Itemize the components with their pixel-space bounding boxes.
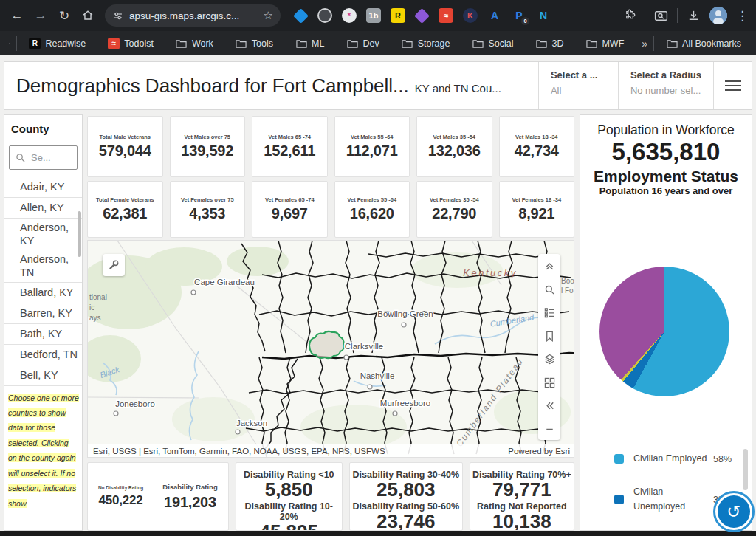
- bookmark-item-dev[interactable]: Dev: [340, 35, 385, 52]
- category-selector-label: Select a ...: [551, 69, 606, 80]
- collapse-up-button[interactable]: [543, 260, 556, 272]
- refresh-button[interactable]: ↺: [713, 491, 755, 532]
- county-search-box[interactable]: [9, 145, 78, 170]
- legend-button[interactable]: [543, 306, 556, 319]
- screen-search-icon[interactable]: [654, 9, 668, 23]
- legend-row[interactable]: Civilian Employed58%: [580, 446, 752, 472]
- county-list-item[interactable]: Adair, KY: [4, 177, 82, 198]
- county-list-item[interactable]: Barren, KY: [4, 303, 82, 324]
- county-sidebar: County Adair, KYAllen, KYAnderson, KYAnd…: [4, 114, 83, 531]
- extensions-row: *1bR≈KAP0N: [294, 8, 617, 23]
- layers-button[interactable]: [543, 353, 556, 365]
- stat-value: 25,803: [377, 480, 436, 500]
- map-attribution: Esri, USGS | Esri, TomTom, Garmin, FAO, …: [88, 444, 574, 458]
- zoom-out-button[interactable]: [543, 423, 556, 436]
- all-bookmarks-label: All Bookmarks: [682, 38, 741, 49]
- legend-label: Civilian Unemployed: [633, 485, 713, 514]
- city-label: Murfreesboro: [380, 399, 430, 408]
- stat-label: Vet Males 35 -54: [433, 134, 475, 140]
- radius-selector[interactable]: Select a Radius No number sel...: [618, 62, 713, 109]
- back-button[interactable]: ←: [7, 6, 27, 25]
- bookmark-label: Dev: [362, 38, 379, 49]
- bookmark-button[interactable]: [543, 330, 556, 343]
- stat-value: 23,746: [377, 512, 436, 531]
- bookmark-item-work[interactable]: Work: [170, 35, 219, 52]
- map-canvas[interactable]: Kentucky Cumberland Black Cumberland Pla…: [87, 240, 574, 458]
- extension-icon-1[interactable]: [293, 7, 309, 23]
- stat-value: 22,790: [432, 205, 476, 222]
- county-list-item[interactable]: Allen, KY: [4, 198, 82, 219]
- extension-icon-6[interactable]: [414, 7, 430, 23]
- extension-icon-10[interactable]: P0: [512, 8, 526, 23]
- county-list-item[interactable]: Bedford, TN: [4, 345, 82, 365]
- bookmark-item-ml[interactable]: ML: [289, 35, 330, 52]
- map-search-button[interactable]: [543, 284, 556, 296]
- bookmarks-overflow-chevron[interactable]: »: [642, 38, 647, 49]
- sidebar-scrollbar[interactable]: [78, 211, 81, 257]
- extension-badge: 0: [521, 17, 529, 25]
- extension-icon-2[interactable]: [317, 8, 332, 23]
- stat-card: Vet Females 65 -749,697: [252, 181, 328, 238]
- extension-icon-8[interactable]: K: [463, 8, 478, 23]
- extension-icon-9[interactable]: A: [487, 8, 502, 23]
- apps-grid-icon[interactable]: [9, 38, 10, 49]
- bookmark-item-storage[interactable]: Storage: [396, 35, 456, 52]
- bookmark-label: Work: [192, 38, 213, 49]
- folder-icon: [402, 38, 413, 49]
- bookmark-item-tools[interactable]: Tools: [230, 35, 279, 52]
- stat-value: 8,921: [518, 205, 554, 222]
- bookmark-item-social[interactable]: Social: [466, 35, 519, 52]
- avatar-image: [709, 7, 727, 24]
- stat-label: Disability Rating 10-20%: [236, 501, 342, 522]
- profile-avatar[interactable]: [709, 7, 727, 24]
- bookmark-item-readwise[interactable]: RReadwise: [23, 35, 92, 52]
- downloads-icon[interactable]: [687, 9, 701, 23]
- county-list-item[interactable]: Ballard, KY: [4, 283, 82, 303]
- county-list-item[interactable]: Anderson, TN: [4, 250, 82, 282]
- basemap-gallery-button[interactable]: [543, 377, 556, 389]
- bookmark-item-mwf[interactable]: MWF: [580, 35, 630, 52]
- bookmark-item-3d[interactable]: 3D: [529, 35, 569, 52]
- all-bookmarks-button[interactable]: All Bookmarks: [660, 35, 747, 52]
- collapse-left-button[interactable]: [543, 399, 556, 412]
- hamburger-menu-icon[interactable]: [713, 62, 752, 109]
- reload-button[interactable]: ↻: [55, 6, 74, 25]
- county-list-item[interactable]: Anderson, KY: [4, 219, 82, 250]
- extension-icon-4[interactable]: 1b: [366, 8, 381, 23]
- stat-card: Vet Males over 75139,592: [170, 116, 246, 177]
- chrome-menu-icon[interactable]: ⋮: [736, 8, 749, 24]
- home-button[interactable]: [78, 6, 97, 25]
- extension-icon-7[interactable]: ≈: [439, 8, 453, 23]
- stat-card: Vet Females 55 -6416,620: [334, 181, 410, 238]
- address-bar[interactable]: apsu-gis.maps.arcgis.c... ☆: [105, 4, 281, 27]
- panel-scrollbar[interactable]: [743, 449, 748, 490]
- bookmark-item-todoist[interactable]: ≈Todoist: [102, 35, 159, 52]
- bookmark-label: Tools: [252, 38, 273, 49]
- readwise-icon: R: [29, 38, 41, 49]
- radius-selector-label: Select a Radius: [630, 69, 701, 80]
- stat-value: 62,381: [103, 205, 147, 222]
- page-subtitle: KY and TN Cou...: [415, 82, 501, 95]
- stat-card: Vet Males 65 -74152,611: [252, 116, 328, 177]
- extension-icon-11[interactable]: N: [536, 8, 551, 23]
- county-search-input[interactable]: [31, 152, 68, 163]
- city-dot: [344, 355, 348, 360]
- employment-pie-chart[interactable]: [599, 267, 729, 396]
- county-list-item[interactable]: Bell, KY: [4, 365, 82, 386]
- stat-card: Vet Females 18 -348,921: [499, 181, 575, 238]
- extension-icon-3[interactable]: *: [342, 8, 357, 23]
- stat-value: 16,620: [350, 205, 394, 222]
- stat-card: Vet Males 35 -54132,036: [416, 116, 492, 177]
- todoist-icon: ≈: [108, 38, 120, 49]
- city-label: Jonesboro: [115, 399, 155, 408]
- stat-value: 9,697: [272, 205, 308, 222]
- county-list-item[interactable]: Bath, KY: [4, 324, 82, 345]
- extensions-puzzle-icon[interactable]: [622, 9, 636, 23]
- refresh-icon: ↺: [718, 495, 750, 528]
- extension-icon-5[interactable]: R: [391, 8, 405, 23]
- category-selector[interactable]: Select a ... All: [538, 62, 618, 109]
- bookmark-star-icon[interactable]: ☆: [264, 9, 273, 22]
- map-edge-text: l Fo: [561, 286, 574, 295]
- forward-button[interactable]: →: [31, 6, 50, 25]
- map-sketch-tool-button[interactable]: [103, 254, 125, 276]
